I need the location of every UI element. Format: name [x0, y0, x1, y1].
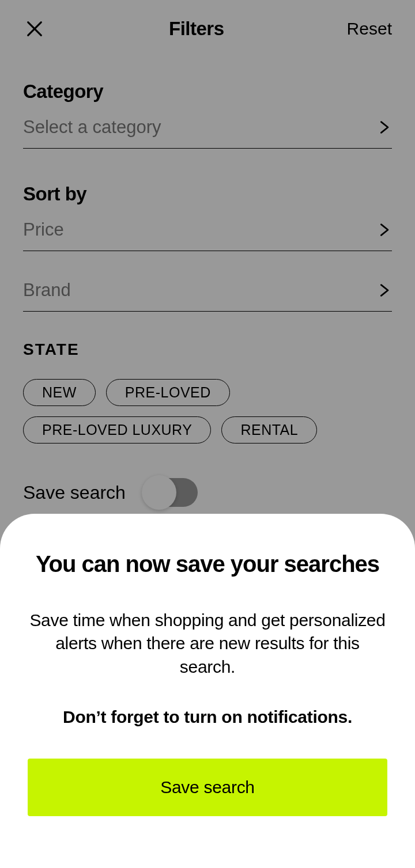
- sheet-note: Don’t forget to turn on notifications.: [28, 707, 387, 727]
- sheet-body: Save time when shopping and get personal…: [28, 609, 387, 679]
- sheet-title: You can now save your searches: [28, 551, 387, 577]
- save-search-sheet: You can now save your searches Save time…: [0, 514, 415, 869]
- save-search-button[interactable]: Save search: [28, 759, 387, 816]
